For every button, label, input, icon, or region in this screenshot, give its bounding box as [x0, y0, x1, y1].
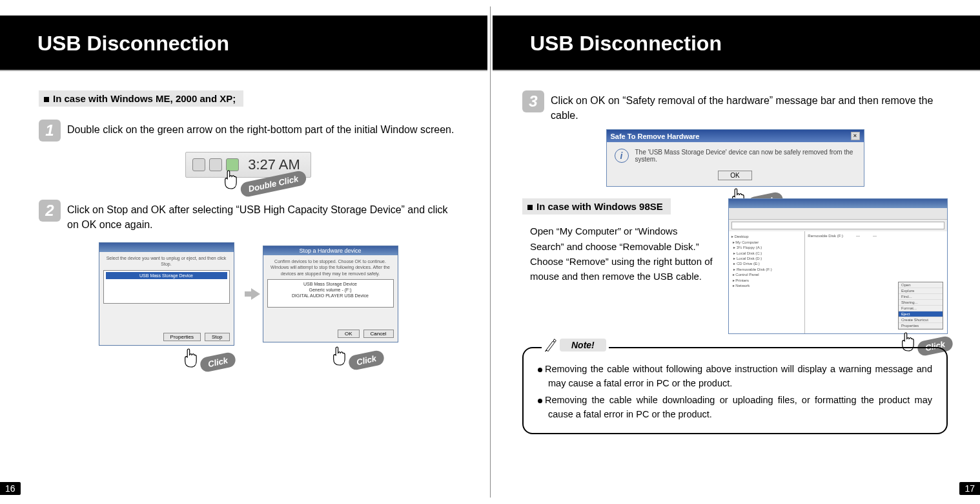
page-number-right: 17	[959, 482, 980, 495]
click-label: Click	[348, 350, 386, 372]
page-17: USB Disconnection 3 Click on OK on “Safe…	[490, 0, 980, 504]
double-click-label: Double Click	[240, 170, 307, 198]
header-banner-right: USB Disconnection	[493, 16, 980, 71]
tray-icon	[209, 158, 222, 171]
step-2-text: Click on Stop and OK after selecting “US…	[67, 200, 458, 232]
cursor-hand-icon	[182, 346, 200, 370]
step2-dialogs: Select the device you want to unplug or …	[39, 242, 458, 346]
note-item: Removing the cable while downloading or …	[538, 394, 932, 422]
cancel-button: Cancel	[363, 330, 394, 338]
stop-button: Stop	[205, 333, 229, 341]
arrow-right-icon	[251, 288, 260, 300]
square-bullet-icon	[44, 97, 49, 102]
page-number-left: 16	[0, 482, 21, 495]
square-bullet-icon	[527, 205, 533, 210]
taskbar-illustration: 3:27 AM Double Click	[39, 152, 458, 178]
tray-icon	[192, 158, 205, 171]
unplug-hardware-dialog: Select the device you want to unplug or …	[99, 242, 234, 346]
safe-remove-dialog-illustration: Safe To Remove Hardware × i The 'USB Mas…	[522, 129, 948, 187]
bullet-icon	[538, 399, 542, 403]
step-2: 2 Click on Stop and OK after selecting “…	[39, 200, 458, 232]
cursor-hand-icon	[331, 344, 349, 368]
cursor-hand-icon	[222, 168, 240, 191]
system-tray: 3:27 AM Double Click	[185, 152, 311, 178]
step-number-3: 3	[522, 90, 544, 112]
ok-button: OK	[718, 171, 751, 180]
win98se-instructions: Open “My Computer” or “Windows Search” a…	[522, 224, 714, 284]
manual-spread: USB Disconnection In case with Windows M…	[0, 0, 980, 504]
explorer-file-list: Removable Disk (F:)—— Open Explore Find.…	[805, 231, 947, 333]
windows-explorer-window: ▸ Desktop ▸ My Computer ▸ 3½ Floppy (A:)…	[728, 198, 948, 334]
left-content: In case with Windows ME, 2000 and XP; 1 …	[0, 71, 490, 346]
explorer-tree: ▸ Desktop ▸ My Computer ▸ 3½ Floppy (A:)…	[729, 231, 805, 333]
subheading-me-2000-xp: In case with Windows ME, 2000 and XP;	[39, 90, 243, 107]
stop-hardware-dialog: Stop a Hardware device Confirm devices t…	[263, 246, 398, 342]
click-label: Click	[199, 352, 238, 373]
note-label: Note!	[560, 339, 606, 352]
pencil-icon	[544, 338, 557, 352]
header-banner-left: USB Disconnection	[0, 16, 487, 71]
subheading-98se: In case with Windows 98SE	[522, 198, 671, 215]
close-icon: ×	[851, 132, 860, 140]
step-3-text: Click on OK on “Safety removal of the ha…	[551, 90, 948, 123]
safe-remove-dialog: Safe To Remove Hardware × i The 'USB Mas…	[606, 129, 864, 187]
context-menu-eject: Eject	[899, 311, 943, 317]
step-1: 1 Double click on the green arrow on the…	[39, 120, 458, 142]
info-icon: i	[615, 149, 629, 163]
ok-button: OK	[338, 330, 360, 338]
bullet-icon	[538, 368, 542, 372]
properties-button: Properties	[163, 333, 201, 341]
step-number-2: 2	[39, 200, 61, 222]
page-title: USB Disconnection	[37, 32, 475, 56]
step-3: 3 Click on OK on “Safety removal of the …	[522, 90, 948, 123]
win98se-section: In case with Windows 98SE Open “My Compu…	[522, 198, 948, 334]
note-block: Note! Removing the cable without followi…	[522, 347, 948, 434]
step-1-text: Double click on the green arrow on the r…	[67, 120, 454, 137]
page-16: USB Disconnection In case with Windows M…	[0, 0, 490, 504]
page-title: USB Disconnection	[530, 32, 967, 56]
note-item: Removing the cable without following abo…	[538, 362, 932, 391]
step-number-1: 1	[39, 120, 61, 142]
context-menu: Open Explore Find... Sharing... Format..…	[898, 282, 943, 330]
right-content: 3 Click on OK on “Safety removal of the …	[490, 71, 980, 434]
